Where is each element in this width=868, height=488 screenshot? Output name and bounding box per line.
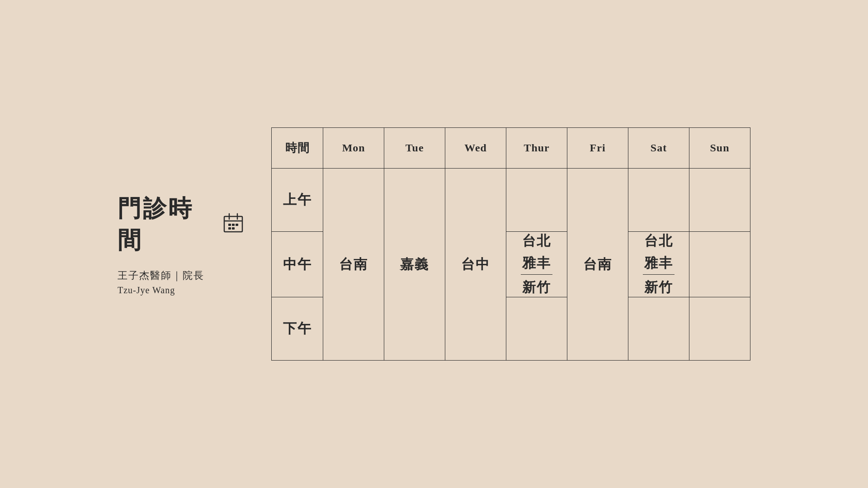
sat-top: 台北	[644, 232, 673, 254]
cell-tue-morning: 嘉義	[384, 168, 445, 361]
svg-rect-6	[236, 224, 238, 226]
sat-mid: 雅丰	[644, 254, 673, 272]
doctor-name-zh: 王子杰醫師｜院長	[118, 269, 244, 282]
sat-content: 台北 雅丰 新竹	[628, 232, 689, 297]
page-title: 門診時間	[118, 193, 217, 256]
time-morning: 上午	[272, 168, 323, 231]
left-panel: 門診時間 王子杰醫師｜院長 Tzu-Jye Wang	[118, 193, 244, 296]
fri-noon-label: 台南	[583, 257, 612, 272]
svg-rect-8	[232, 227, 235, 230]
cell-sun-afternoon	[689, 297, 750, 361]
sat-divider	[643, 274, 675, 275]
header-fri: Fri	[567, 127, 628, 168]
svg-rect-7	[228, 227, 231, 230]
cell-sun-morning	[689, 168, 750, 231]
cell-wed-morning: 台中	[445, 168, 506, 361]
thur-top: 台北	[522, 232, 551, 254]
header-wed: Wed	[445, 127, 506, 168]
title-row: 門診時間	[118, 193, 244, 256]
time-afternoon: 下午	[272, 297, 323, 361]
header-sun: Sun	[689, 127, 750, 168]
cell-thur-afternoon	[506, 297, 567, 361]
cell-thur-noon: 台北 雅丰 新竹	[506, 231, 567, 297]
thur-content: 台北 雅丰 新竹	[506, 232, 567, 297]
thur-mid: 雅丰	[522, 254, 551, 272]
header-sat: Sat	[628, 127, 689, 168]
cell-mon-morning: 台南	[323, 168, 384, 361]
thur-divider	[521, 274, 552, 275]
time-header: 時間	[272, 127, 323, 168]
svg-rect-4	[228, 224, 231, 226]
header-tue: Tue	[384, 127, 445, 168]
cell-sun-noon	[689, 231, 750, 297]
header-thur: Thur	[506, 127, 567, 168]
cell-fri-morning: 台南	[567, 168, 628, 361]
cell-thur-morning	[506, 168, 567, 231]
main-container: 門診時間 王子杰醫師｜院長 Tzu-Jye Wang	[118, 127, 750, 361]
schedule-table: 時間 Mon Tue Wed Thur Fri Sat Sun 上午 台南 嘉義…	[271, 127, 750, 361]
thur-bottom: 新竹	[522, 277, 551, 297]
svg-rect-5	[232, 224, 235, 226]
doctor-name-en: Tzu-Jye Wang	[118, 285, 244, 296]
wed-noon-label: 台中	[461, 255, 490, 274]
cell-sat-morning	[628, 168, 689, 231]
time-noon: 中午	[272, 231, 323, 297]
cell-sat-noon: 台北 雅丰 新竹	[628, 231, 689, 297]
cell-sat-afternoon	[628, 297, 689, 361]
wed-content: 台中	[445, 169, 506, 361]
header-mon: Mon	[323, 127, 384, 168]
sat-bottom: 新竹	[644, 277, 673, 297]
calendar-icon	[222, 212, 244, 237]
